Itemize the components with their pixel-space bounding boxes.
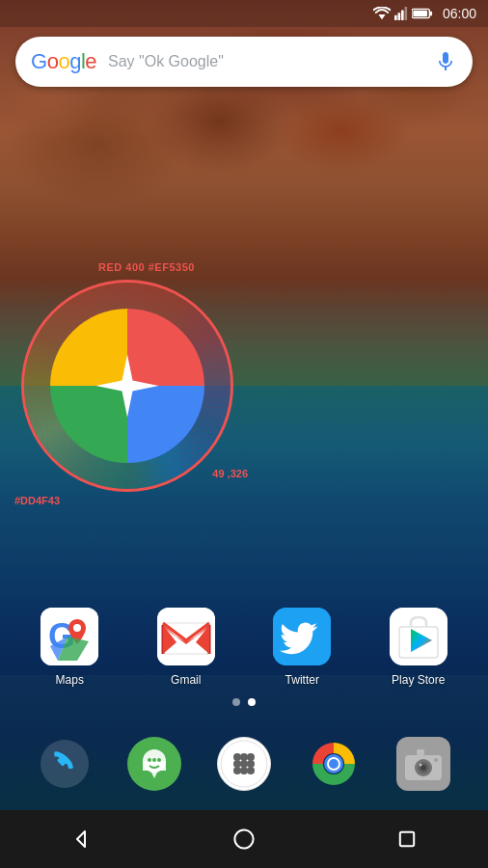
app-twitter[interactable]: Twitter <box>273 608 331 687</box>
svg-point-45 <box>329 759 339 769</box>
page-dot-2[interactable] <box>248 698 256 706</box>
svg-point-30 <box>157 758 161 762</box>
svg-rect-1 <box>394 15 397 20</box>
mic-icon[interactable] <box>434 50 457 73</box>
svg-point-55 <box>234 829 253 848</box>
page-indicator <box>232 698 256 706</box>
google-logo: Google <box>31 49 96 74</box>
page-dot-1[interactable] <box>232 698 240 706</box>
nav-bar <box>0 810 488 868</box>
app-grid: G Maps <box>0 608 488 687</box>
svg-point-39 <box>240 767 248 774</box>
svg-rect-26 <box>143 761 166 771</box>
home-icon <box>232 827 256 851</box>
color-label-hex: #DD4F43 <box>14 495 60 506</box>
svg-point-38 <box>233 767 241 774</box>
dock <box>0 725 488 802</box>
google-icon-large <box>50 309 204 463</box>
maps-icon: G <box>41 608 98 665</box>
nav-home-button[interactable] <box>225 820 263 858</box>
svg-rect-7 <box>413 11 427 16</box>
signal-icon <box>394 7 408 20</box>
color-label-red400: RED 400 #EF5350 <box>98 261 195 273</box>
nav-back-button[interactable] <box>62 820 100 858</box>
svg-point-32 <box>233 753 241 761</box>
maps-svg: G <box>41 608 98 665</box>
chrome-icon <box>310 740 358 788</box>
svg-marker-54 <box>77 831 85 847</box>
nav-recents-button[interactable] <box>388 820 426 858</box>
launcher-icon <box>220 740 268 788</box>
dock-phone[interactable] <box>38 737 92 791</box>
twitter-icon <box>273 608 331 665</box>
star-icon <box>96 355 159 418</box>
svg-marker-0 <box>378 14 385 19</box>
dock-chrome[interactable] <box>307 737 361 791</box>
playstore-svg <box>390 608 447 665</box>
svg-rect-52 <box>417 749 424 755</box>
wifi-icon <box>373 7 391 20</box>
gmail-label: Gmail <box>171 673 201 687</box>
status-bar: 06:00 <box>0 0 488 27</box>
hangouts-icon <box>130 740 178 788</box>
gmail-svg <box>157 608 215 665</box>
dock-launcher[interactable] <box>217 737 271 791</box>
svg-point-37 <box>247 760 255 768</box>
twitter-label: Twitter <box>285 673 319 687</box>
status-time: 06:00 <box>443 6 476 21</box>
svg-rect-4 <box>404 7 407 20</box>
color-picker[interactable]: RED 400 #EF5350 #DD4F43 49 ,326 <box>21 280 233 492</box>
svg-point-51 <box>420 764 422 767</box>
recents-icon <box>395 827 419 851</box>
svg-rect-3 <box>401 11 404 21</box>
svg-rect-6 <box>430 12 432 16</box>
twitter-svg <box>273 608 331 665</box>
camera-icon <box>399 740 447 788</box>
svg-rect-56 <box>399 832 413 846</box>
playstore-label: Play Store <box>392 673 445 687</box>
back-icon <box>69 827 93 851</box>
svg-rect-2 <box>397 13 400 20</box>
app-gmail[interactable]: Gmail <box>157 608 215 687</box>
phone-icon <box>41 740 89 788</box>
app-playstore[interactable]: Play Store <box>390 608 447 687</box>
search-bar[interactable]: Google Say "Ok Google" <box>15 37 473 87</box>
svg-point-35 <box>233 760 241 768</box>
svg-marker-8 <box>96 355 159 418</box>
svg-point-34 <box>247 753 255 761</box>
color-label-coords: 49 ,326 <box>212 468 248 479</box>
dock-hangouts[interactable] <box>127 737 181 791</box>
svg-point-28 <box>148 758 151 762</box>
battery-icon <box>412 8 433 19</box>
svg-point-53 <box>434 758 438 762</box>
search-hint[interactable]: Say "Ok Google" <box>108 53 434 70</box>
dock-camera[interactable] <box>396 737 450 791</box>
gmail-icon <box>157 608 215 665</box>
app-maps[interactable]: G Maps <box>41 608 98 687</box>
maps-label: Maps <box>56 673 84 687</box>
playstore-icon <box>390 608 447 665</box>
svg-point-29 <box>152 758 156 762</box>
svg-point-36 <box>240 760 248 768</box>
svg-point-33 <box>240 753 248 761</box>
svg-point-40 <box>247 767 255 774</box>
svg-point-11 <box>73 624 81 632</box>
